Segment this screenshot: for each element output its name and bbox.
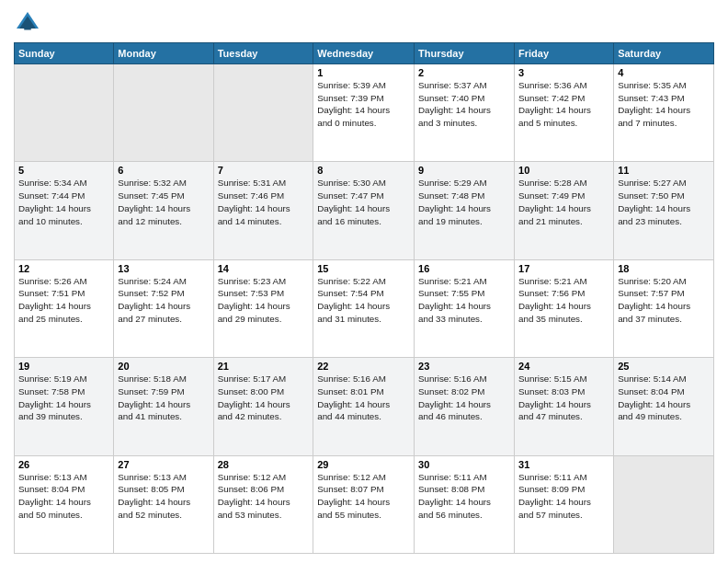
- day-number: 20: [118, 361, 209, 372]
- day-number: 13: [118, 263, 209, 274]
- day-info: Sunrise: 5:28 AM Sunset: 7:49 PM Dayligh…: [518, 177, 609, 227]
- calendar-cell: 26Sunrise: 5:13 AM Sunset: 8:04 PM Dayli…: [15, 455, 114, 553]
- day-info: Sunrise: 5:37 AM Sunset: 7:40 PM Dayligh…: [418, 79, 510, 130]
- day-info: Sunrise: 5:11 AM Sunset: 8:09 PM Dayligh…: [518, 471, 609, 522]
- day-number: 2: [418, 67, 510, 78]
- calendar-cell: [614, 455, 714, 553]
- calendar-cell: 9Sunrise: 5:29 AM Sunset: 7:48 PM Daylig…: [415, 162, 515, 259]
- day-header-monday: Monday: [114, 43, 213, 64]
- calendar-cell: 28Sunrise: 5:12 AM Sunset: 8:06 PM Dayli…: [213, 455, 313, 553]
- day-number: 3: [518, 67, 609, 78]
- day-header-sunday: Sunday: [15, 43, 114, 64]
- calendar-week-1: 1Sunrise: 5:39 AM Sunset: 7:39 PM Daylig…: [15, 64, 714, 162]
- day-number: 19: [18, 361, 109, 372]
- day-number: 14: [218, 263, 310, 274]
- calendar-cell: 7Sunrise: 5:31 AM Sunset: 7:46 PM Daylig…: [213, 162, 313, 259]
- calendar-cell: 24Sunrise: 5:15 AM Sunset: 8:03 PM Dayli…: [515, 358, 614, 455]
- calendar-cell: 22Sunrise: 5:16 AM Sunset: 8:01 PM Dayli…: [313, 358, 415, 455]
- calendar-cell: 23Sunrise: 5:16 AM Sunset: 8:02 PM Dayli…: [415, 358, 515, 455]
- calendar-week-2: 5Sunrise: 5:34 AM Sunset: 7:44 PM Daylig…: [15, 162, 714, 259]
- day-number: 25: [618, 361, 710, 372]
- day-info: Sunrise: 5:36 AM Sunset: 7:42 PM Dayligh…: [518, 79, 609, 130]
- day-number: 10: [518, 165, 609, 176]
- day-number: 5: [18, 165, 109, 176]
- calendar-cell: 30Sunrise: 5:11 AM Sunset: 8:08 PM Dayli…: [415, 455, 515, 553]
- header: [14, 9, 714, 37]
- calendar-cell: 3Sunrise: 5:36 AM Sunset: 7:42 PM Daylig…: [515, 64, 614, 162]
- calendar-cell: 14Sunrise: 5:23 AM Sunset: 7:53 PM Dayli…: [213, 259, 313, 357]
- day-header-friday: Friday: [515, 43, 614, 64]
- calendar-week-5: 26Sunrise: 5:13 AM Sunset: 8:04 PM Dayli…: [15, 455, 714, 553]
- logo: [14, 9, 45, 37]
- day-number: 17: [518, 263, 609, 274]
- day-info: Sunrise: 5:11 AM Sunset: 8:08 PM Dayligh…: [418, 471, 510, 522]
- day-header-thursday: Thursday: [415, 43, 515, 64]
- calendar-week-3: 12Sunrise: 5:26 AM Sunset: 7:51 PM Dayli…: [15, 259, 714, 357]
- day-info: Sunrise: 5:24 AM Sunset: 7:52 PM Dayligh…: [118, 275, 209, 326]
- calendar-cell: 16Sunrise: 5:21 AM Sunset: 7:55 PM Dayli…: [415, 259, 515, 357]
- day-header-wednesday: Wednesday: [313, 43, 415, 64]
- calendar-cell: 8Sunrise: 5:30 AM Sunset: 7:47 PM Daylig…: [313, 162, 415, 259]
- day-info: Sunrise: 5:18 AM Sunset: 7:59 PM Dayligh…: [118, 373, 209, 423]
- day-number: 9: [418, 165, 510, 176]
- calendar-cell: 27Sunrise: 5:13 AM Sunset: 8:05 PM Dayli…: [114, 455, 213, 553]
- day-info: Sunrise: 5:27 AM Sunset: 7:50 PM Dayligh…: [618, 177, 710, 227]
- day-number: 31: [518, 459, 609, 470]
- calendar: SundayMondayTuesdayWednesdayThursdayFrid…: [14, 42, 714, 554]
- day-number: 29: [317, 459, 410, 470]
- day-number: 21: [218, 361, 310, 372]
- day-number: 16: [418, 263, 510, 274]
- calendar-cell: 4Sunrise: 5:35 AM Sunset: 7:43 PM Daylig…: [614, 64, 714, 162]
- day-header-saturday: Saturday: [614, 43, 714, 64]
- day-info: Sunrise: 5:21 AM Sunset: 7:55 PM Dayligh…: [418, 275, 510, 326]
- day-info: Sunrise: 5:20 AM Sunset: 7:57 PM Dayligh…: [618, 275, 710, 326]
- calendar-cell: [213, 64, 313, 162]
- day-number: 27: [118, 459, 209, 470]
- calendar-cell: 25Sunrise: 5:14 AM Sunset: 8:04 PM Dayli…: [614, 358, 714, 455]
- day-number: 6: [118, 165, 209, 176]
- calendar-week-4: 19Sunrise: 5:19 AM Sunset: 7:58 PM Dayli…: [15, 358, 714, 455]
- calendar-cell: 17Sunrise: 5:21 AM Sunset: 7:56 PM Dayli…: [515, 259, 614, 357]
- calendar-header-row: SundayMondayTuesdayWednesdayThursdayFrid…: [15, 43, 714, 64]
- calendar-cell: 2Sunrise: 5:37 AM Sunset: 7:40 PM Daylig…: [415, 64, 515, 162]
- calendar-cell: 5Sunrise: 5:34 AM Sunset: 7:44 PM Daylig…: [15, 162, 114, 259]
- day-number: 8: [317, 165, 410, 176]
- page: SundayMondayTuesdayWednesdayThursdayFrid…: [0, 0, 728, 563]
- day-info: Sunrise: 5:12 AM Sunset: 8:07 PM Dayligh…: [317, 471, 410, 522]
- day-info: Sunrise: 5:17 AM Sunset: 8:00 PM Dayligh…: [218, 373, 310, 423]
- calendar-cell: 15Sunrise: 5:22 AM Sunset: 7:54 PM Dayli…: [313, 259, 415, 357]
- day-info: Sunrise: 5:32 AM Sunset: 7:45 PM Dayligh…: [118, 177, 209, 227]
- calendar-cell: [15, 64, 114, 162]
- day-number: 7: [218, 165, 310, 176]
- day-number: 23: [418, 361, 510, 372]
- day-number: 22: [317, 361, 410, 372]
- calendar-cell: 12Sunrise: 5:26 AM Sunset: 7:51 PM Dayli…: [15, 259, 114, 357]
- svg-rect-2: [24, 25, 31, 30]
- calendar-cell: 6Sunrise: 5:32 AM Sunset: 7:45 PM Daylig…: [114, 162, 213, 259]
- day-number: 1: [317, 67, 410, 78]
- day-info: Sunrise: 5:29 AM Sunset: 7:48 PM Dayligh…: [418, 177, 510, 227]
- day-number: 24: [518, 361, 609, 372]
- day-info: Sunrise: 5:23 AM Sunset: 7:53 PM Dayligh…: [218, 275, 310, 326]
- day-number: 11: [618, 165, 710, 176]
- day-info: Sunrise: 5:13 AM Sunset: 8:04 PM Dayligh…: [18, 471, 109, 522]
- day-header-tuesday: Tuesday: [213, 43, 313, 64]
- calendar-cell: 20Sunrise: 5:18 AM Sunset: 7:59 PM Dayli…: [114, 358, 213, 455]
- calendar-cell: 18Sunrise: 5:20 AM Sunset: 7:57 PM Dayli…: [614, 259, 714, 357]
- day-info: Sunrise: 5:26 AM Sunset: 7:51 PM Dayligh…: [18, 275, 109, 326]
- day-number: 18: [618, 263, 710, 274]
- day-info: Sunrise: 5:12 AM Sunset: 8:06 PM Dayligh…: [218, 471, 310, 522]
- calendar-cell: 10Sunrise: 5:28 AM Sunset: 7:49 PM Dayli…: [515, 162, 614, 259]
- day-info: Sunrise: 5:21 AM Sunset: 7:56 PM Dayligh…: [518, 275, 609, 326]
- calendar-cell: 21Sunrise: 5:17 AM Sunset: 8:00 PM Dayli…: [213, 358, 313, 455]
- day-number: 12: [18, 263, 109, 274]
- logo-icon: [14, 9, 41, 37]
- calendar-cell: [114, 64, 213, 162]
- calendar-cell: 29Sunrise: 5:12 AM Sunset: 8:07 PM Dayli…: [313, 455, 415, 553]
- day-info: Sunrise: 5:14 AM Sunset: 8:04 PM Dayligh…: [618, 373, 710, 423]
- calendar-cell: 1Sunrise: 5:39 AM Sunset: 7:39 PM Daylig…: [313, 64, 415, 162]
- day-info: Sunrise: 5:39 AM Sunset: 7:39 PM Dayligh…: [317, 79, 410, 130]
- calendar-cell: 19Sunrise: 5:19 AM Sunset: 7:58 PM Dayli…: [15, 358, 114, 455]
- day-number: 15: [317, 263, 410, 274]
- day-number: 30: [418, 459, 510, 470]
